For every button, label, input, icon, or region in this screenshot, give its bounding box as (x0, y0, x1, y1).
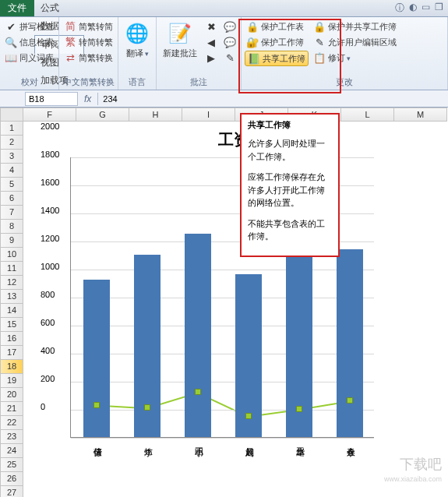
formula-input[interactable]: 234 (97, 93, 448, 105)
row-header[interactable]: 27 (0, 486, 23, 497)
row-header[interactable]: 1 (0, 122, 23, 136)
minimize-ribbon-icon[interactable]: ◐ (409, 2, 417, 15)
bar (83, 280, 110, 437)
line-marker (144, 404, 150, 411)
help-icon[interactable]: ⓘ (395, 2, 404, 15)
fx-icon[interactable]: fx (78, 93, 97, 104)
y-tick: 200 (41, 374, 128, 383)
name-box[interactable]: B18 (25, 92, 78, 106)
simp-to-trad-button[interactable]: 简简繁转简 (62, 19, 115, 33)
row-header[interactable]: 6 (0, 192, 23, 206)
tab-公式[interactable]: 公式 (34, 0, 84, 17)
thesaurus-icon: 📖 (5, 51, 17, 64)
show-all-button[interactable]: 💬 (222, 35, 238, 49)
new-comment-button[interactable]: 📝新建批注 (160, 19, 200, 75)
research-button[interactable]: 🔍信息检索 (3, 35, 55, 49)
row-header[interactable]: 9 (0, 234, 23, 248)
delete-comment-button[interactable]: ✖ (203, 19, 219, 33)
tooltip-title: 共享工作簿 (248, 119, 332, 131)
y-tick: 1400 (41, 206, 128, 215)
y-tick: 1800 (41, 150, 128, 159)
show-all-icon: 💬 (224, 36, 236, 48)
col-header[interactable]: G (76, 108, 129, 122)
row-header[interactable]: 18 (0, 360, 23, 374)
select-all-corner[interactable] (0, 108, 23, 122)
column-headers: FGHIJKLM (23, 108, 447, 122)
row-header[interactable]: 21 (0, 402, 23, 416)
row-header[interactable]: 7 (0, 206, 23, 220)
row-header[interactable]: 19 (0, 374, 23, 388)
convert-icon: 简 (64, 20, 76, 33)
show-comment-button[interactable]: 💬 (222, 19, 238, 33)
row-header[interactable]: 25 (0, 458, 23, 472)
group-proofing: ✔拼写检查 🔍信息检索 📖同义词库 校对 (0, 17, 59, 90)
line-marker (195, 389, 201, 395)
translate-icon: 🌐 (125, 21, 150, 46)
highlight-box (238, 19, 341, 93)
ribbon-tabs: 文件 经典菜单开始插入页面布局公式数据审阅视图加载项 ⓘ ◐ ▭ ❐ (0, 0, 448, 17)
chart: 工资 工资 奖金 0200400600800100012001400160018… (31, 126, 436, 485)
row-header[interactable]: 10 (0, 248, 23, 262)
formula-bar: B18 fx 234 (0, 90, 448, 108)
window-restore-icon[interactable]: ❐ (435, 2, 443, 15)
thesaurus-button[interactable]: 📖同义词库 (3, 51, 55, 65)
sheet-area: FGHIJKLM 1234567891011121314151617181920… (0, 108, 448, 497)
col-header[interactable]: F (23, 108, 76, 122)
group-label: 语言 (122, 75, 153, 90)
row-header[interactable]: 3 (0, 150, 23, 164)
file-tab[interactable]: 文件 (0, 0, 34, 16)
col-header[interactable]: I (182, 108, 235, 122)
prev-comment-button[interactable]: ◀ (203, 35, 219, 49)
row-headers: 1234567891011121314151617181920212223242… (0, 122, 23, 497)
line-marker (245, 413, 252, 419)
col-header[interactable]: L (341, 108, 394, 122)
line-marker (347, 397, 353, 404)
ink-icon: ✎ (224, 51, 236, 64)
convert-button[interactable]: ⇄简繁转换 (62, 51, 115, 65)
row-header[interactable]: 5 (0, 178, 23, 192)
line-marker (296, 406, 302, 412)
row-header[interactable]: 22 (0, 416, 23, 430)
group-language: 🌐翻译 语言 (118, 17, 157, 90)
row-header[interactable]: 24 (0, 444, 23, 458)
ribbon: ✔拼写检查 🔍信息检索 📖同义词库 校对 简简繁转简 繁转简转繁 ⇄简繁转换 中… (0, 17, 448, 90)
y-tick: 2000 (41, 122, 128, 131)
spellcheck-button[interactable]: ✔拼写检查 (3, 19, 55, 33)
y-tick: 0 (41, 402, 128, 411)
watermark-url: www.xiazaiba.com (384, 475, 442, 483)
prev-icon: ◀ (205, 36, 217, 48)
y-tick: 600 (41, 318, 128, 327)
y-tick: 1000 (41, 262, 128, 271)
row-header[interactable]: 14 (0, 304, 23, 318)
row-header[interactable]: 20 (0, 388, 23, 402)
next-comment-button[interactable]: ▶ (203, 51, 219, 65)
trad-to-simp-button[interactable]: 繁转简转繁 (62, 35, 115, 49)
col-header[interactable]: M (394, 108, 447, 122)
row-header[interactable]: 15 (0, 318, 23, 332)
col-header[interactable]: H (129, 108, 182, 122)
row-header[interactable]: 2 (0, 136, 23, 150)
group-chinese: 简简繁转简 繁转简转繁 ⇄简繁转换 中文简繁转换 (59, 17, 118, 90)
translate-button[interactable]: 🌐翻译 (122, 19, 153, 75)
show-icon: 💬 (224, 20, 236, 33)
y-tick: 1600 (41, 178, 128, 187)
spellcheck-icon: ✔ (5, 20, 17, 33)
row-header[interactable]: 13 (0, 290, 23, 304)
row-header[interactable]: 4 (0, 164, 23, 178)
row-header[interactable]: 17 (0, 346, 23, 360)
row-header[interactable]: 12 (0, 276, 23, 290)
group-label: 中文简繁转换 (62, 75, 115, 90)
tooltip-text: 允许多人同时处理一个工作簿。 (248, 137, 332, 163)
comment-icon: 📝 (168, 21, 192, 46)
row-header[interactable]: 8 (0, 220, 23, 234)
research-icon: 🔍 (5, 36, 17, 48)
bar (337, 249, 363, 437)
window-min-icon[interactable]: ▭ (422, 2, 430, 15)
row-header[interactable]: 23 (0, 430, 23, 444)
show-ink-button[interactable]: ✎ (222, 51, 238, 65)
row-header[interactable]: 26 (0, 472, 23, 486)
tooltip-text: 应将工作簿保存在允许多人打开此工作簿的网络位置。 (248, 171, 332, 210)
y-tick: 1200 (41, 234, 128, 243)
row-header[interactable]: 11 (0, 262, 23, 276)
row-header[interactable]: 16 (0, 332, 23, 346)
